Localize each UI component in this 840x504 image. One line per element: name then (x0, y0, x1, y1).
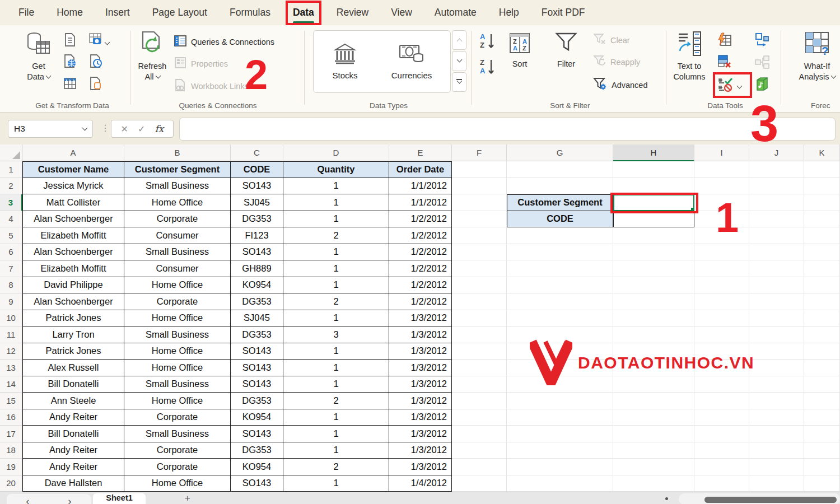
cell-A6[interactable]: Alan Schoenberger (22, 244, 124, 261)
cell-J12[interactable] (749, 343, 804, 360)
select-all-button[interactable] (0, 144, 22, 161)
cell-A15[interactable]: Ann Steele (22, 393, 124, 409)
formula-input[interactable] (179, 118, 836, 141)
cell-F5[interactable] (452, 227, 507, 244)
cell-A19[interactable]: Andy Reiter (22, 459, 124, 475)
cell-B6[interactable]: Small Business (124, 244, 231, 261)
cell-D13[interactable]: 1 (283, 360, 389, 376)
cell-G19[interactable] (507, 459, 613, 475)
cell-C5[interactable]: FI123 (231, 227, 283, 244)
clear-filter-button[interactable]: Clear (593, 33, 630, 47)
row-header-4[interactable]: 4 (0, 211, 22, 228)
cell-D3[interactable]: 1 (283, 194, 389, 211)
cell-J1[interactable] (749, 161, 804, 178)
cell-K19[interactable] (804, 459, 840, 475)
row-header-19[interactable]: 19 (0, 459, 22, 475)
row-header-12[interactable]: 12 (0, 343, 22, 360)
cell-K6[interactable] (804, 244, 840, 261)
cell-B11[interactable]: Small Business (124, 326, 231, 343)
cell-K14[interactable] (804, 376, 840, 393)
cell-H17[interactable] (613, 426, 694, 442)
refresh-all-button[interactable]: Refresh All (134, 31, 170, 82)
cell-H18[interactable] (613, 442, 694, 459)
row-header-5[interactable]: 5 (0, 227, 22, 244)
cell-J9[interactable] (749, 293, 804, 310)
tab-home[interactable]: Home (57, 7, 83, 18)
cell-J11[interactable] (749, 326, 804, 343)
cell-E12[interactable]: 1/3/2012 (389, 343, 452, 360)
cell-E1[interactable]: Order Date (389, 161, 452, 178)
cell-D5[interactable]: 2 (283, 227, 389, 244)
cell-J13[interactable] (749, 360, 804, 376)
cell-K1[interactable] (804, 161, 840, 178)
cell-K13[interactable] (804, 360, 840, 376)
cell-F10[interactable] (452, 310, 507, 327)
tab-file[interactable]: File (18, 7, 34, 18)
cell-C15[interactable]: DG353 (231, 393, 283, 409)
advanced-filter-button[interactable]: Advanced (593, 77, 648, 92)
from-web-icon[interactable] (63, 54, 77, 71)
cell-G9[interactable] (507, 293, 613, 310)
column-header-B[interactable]: B (124, 144, 231, 161)
cell-E10[interactable]: 1/3/2012 (389, 310, 452, 327)
cell-K9[interactable] (804, 293, 840, 310)
cell-G6[interactable] (507, 244, 613, 261)
cell-A2[interactable]: Jessica Myrick (22, 178, 124, 195)
cell-G18[interactable] (507, 442, 613, 459)
cell-D18[interactable]: 1 (283, 442, 389, 459)
cell-B1[interactable]: Customer Segment (124, 161, 231, 178)
cell-H2[interactable] (613, 178, 694, 195)
cell-B13[interactable]: Home Office (124, 360, 231, 376)
cell-F8[interactable] (452, 277, 507, 294)
tab-foxit-pdf[interactable]: Foxit PDF (542, 7, 585, 18)
next-sheet-icon[interactable]: › (68, 495, 71, 504)
cell-F11[interactable] (452, 326, 507, 343)
cell-A12[interactable]: Patrick Jones (22, 343, 124, 360)
column-header-I[interactable]: I (694, 144, 749, 161)
cell-K2[interactable] (804, 178, 840, 195)
cell-B9[interactable]: Corporate (124, 293, 231, 310)
cell-F6[interactable] (452, 244, 507, 261)
filter-button[interactable]: Filter (548, 32, 584, 69)
workbook-links-button[interactable]: Workbook Links (174, 78, 249, 94)
sort-z-to-a-button[interactable]: ZA (479, 58, 497, 80)
cell-A10[interactable]: Patrick Jones (22, 310, 124, 327)
cell-D7[interactable]: 1 (283, 260, 389, 277)
properties-button[interactable]: Properties (174, 56, 228, 71)
cell-G16[interactable] (507, 409, 613, 426)
cell-F13[interactable] (452, 360, 507, 376)
cell-C14[interactable]: SO143 (231, 376, 283, 393)
cell-D19[interactable]: 2 (283, 459, 389, 475)
cell-I9[interactable] (694, 293, 749, 310)
cell-A13[interactable]: Alex Russell (22, 360, 124, 376)
cell-I1[interactable] (694, 161, 749, 178)
column-header-C[interactable]: C (231, 144, 283, 161)
consolidate-icon[interactable] (754, 32, 770, 50)
column-header-H[interactable]: H (613, 144, 694, 161)
cell-E6[interactable]: 1/2/2012 (389, 244, 452, 261)
cell-G5[interactable] (507, 227, 613, 244)
cell-C8[interactable]: KO954 (231, 277, 283, 294)
cell-I7[interactable] (694, 260, 749, 277)
tab-automate[interactable]: Automate (435, 7, 477, 18)
tab-insert[interactable]: Insert (105, 7, 130, 18)
cell-K5[interactable] (804, 227, 840, 244)
cell-J19[interactable] (749, 459, 804, 475)
cell-G17[interactable] (507, 426, 613, 442)
column-header-F[interactable]: F (452, 144, 507, 161)
cell-C19[interactable]: KO954 (231, 459, 283, 475)
cell-F3[interactable] (452, 194, 507, 211)
cell-B15[interactable]: Home Office (124, 393, 231, 409)
cell-J8[interactable] (749, 277, 804, 294)
cell-J10[interactable] (749, 310, 804, 327)
cell-F18[interactable] (452, 442, 507, 459)
add-sheet-icon[interactable]: + (185, 493, 190, 504)
cell-B2[interactable]: Small Business (124, 178, 231, 195)
row-header-17[interactable]: 17 (0, 426, 22, 442)
relationships-icon[interactable] (754, 54, 770, 72)
cell-D12[interactable]: 1 (283, 343, 389, 360)
cell-D16[interactable]: 1 (283, 409, 389, 426)
cell-A11[interactable]: Larry Tron (22, 326, 124, 343)
horizontal-scrollbar-thumb[interactable] (704, 497, 837, 503)
tab-page-layout[interactable]: Page Layout (152, 7, 207, 18)
